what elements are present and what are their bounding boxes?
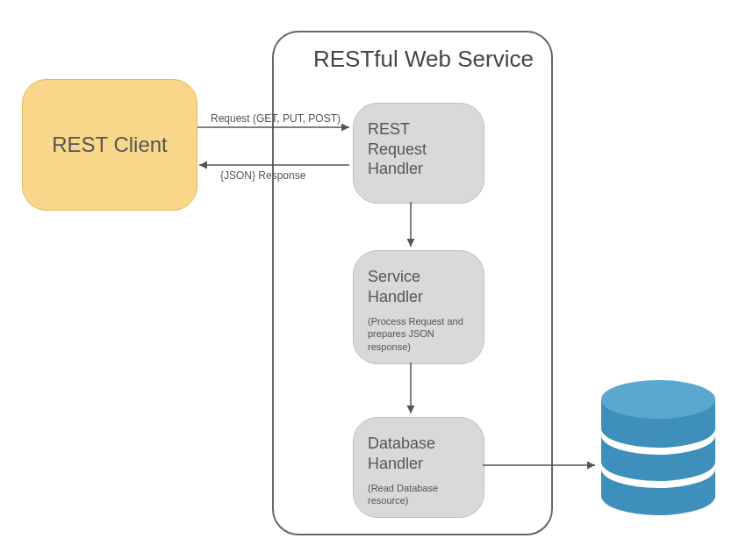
database-handler-box: Database Handler (Read Database resource…	[353, 417, 484, 518]
response-arrow-label: {JSON} Response	[220, 169, 305, 182]
database-handler-subtitle: (Read Database resource)	[368, 482, 470, 507]
rest-request-handler-title: REST Request Handler	[368, 119, 470, 179]
database-icon	[597, 377, 720, 518]
request-arrow-label: Request (GET, PUT, POST)	[211, 112, 341, 125]
rest-request-handler-box: REST Request Handler	[353, 103, 484, 204]
service-handler-title: Service Handler	[368, 267, 470, 306]
svg-point-0	[601, 380, 715, 419]
rest-client-box: REST Client	[22, 79, 197, 211]
database-handler-title: Database Handler	[368, 434, 470, 473]
restful-web-service-container: RESTful Web Service REST Request Handler…	[272, 31, 553, 535]
rest-client-label: REST Client	[52, 133, 168, 157]
service-title: RESTful Web Service	[313, 46, 534, 73]
service-handler-box: Service Handler (Process Request and pre…	[353, 250, 484, 364]
service-handler-subtitle: (Process Request and prepares JSON respo…	[368, 315, 470, 353]
